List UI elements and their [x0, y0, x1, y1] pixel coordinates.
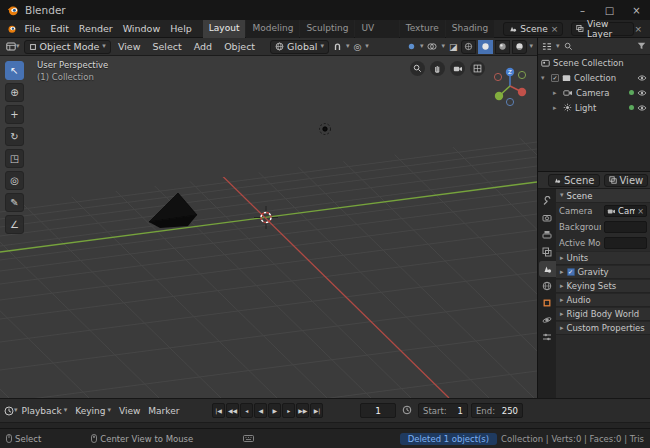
- eye-icon[interactable]: [637, 104, 647, 112]
- proportional-editing-toggle[interactable]: ◎: [351, 39, 363, 55]
- measure-tool-button[interactable]: ∠: [5, 215, 24, 234]
- properties-tab-output[interactable]: [539, 227, 556, 243]
- properties-tab-object[interactable]: [539, 295, 556, 311]
- shading-wireframe-button[interactable]: [461, 40, 476, 54]
- gizmo-y-axis[interactable]: [495, 92, 503, 100]
- cursor-tool-button[interactable]: ⊕: [5, 83, 24, 102]
- workspace-tab-sculpting[interactable]: Sculpting: [300, 20, 354, 38]
- jump-to-start-button[interactable]: |◀: [212, 403, 225, 418]
- navigation-gizmo[interactable]: Z: [493, 64, 529, 110]
- proportional-dropdown-icon[interactable]: ▾: [365, 43, 369, 50]
- gizmo-negative-z[interactable]: [506, 98, 513, 105]
- breadcrumb-scene[interactable]: Scene: [548, 174, 600, 187]
- keying-sets-panel-header[interactable]: ▸ Keying Sets: [556, 279, 650, 293]
- scene-section-header[interactable]: ▾ Scene: [556, 189, 650, 203]
- shading-solid-button[interactable]: [478, 40, 493, 54]
- chevron-down-icon[interactable]: ▾: [556, 43, 560, 50]
- camera-data-icon[interactable]: [629, 90, 634, 95]
- marker-menu[interactable]: Marker: [144, 406, 183, 416]
- disclosure-closed-icon[interactable]: ▸: [553, 89, 560, 97]
- properties-tab-tool[interactable]: [539, 193, 556, 209]
- menu-object[interactable]: Object: [219, 38, 260, 55]
- outliner-row-camera[interactable]: ▸ Camera: [538, 85, 650, 100]
- menu-render[interactable]: Render: [74, 20, 118, 37]
- properties-tab-render[interactable]: [539, 210, 556, 226]
- menu-help[interactable]: Help: [165, 20, 197, 37]
- shading-dropdown-icon[interactable]: ▾: [529, 43, 533, 50]
- disclosure-closed-icon[interactable]: ▸: [553, 104, 560, 112]
- view-layer-selector[interactable]: View Layer: [571, 22, 634, 36]
- properties-tab-scene[interactable]: [539, 261, 556, 277]
- keying-menu[interactable]: Keying ▾: [71, 406, 115, 416]
- properties-tab-world[interactable]: [539, 278, 556, 294]
- editor-type-button[interactable]: ▾: [4, 39, 22, 55]
- eye-icon[interactable]: [637, 74, 647, 82]
- filter-icon[interactable]: [637, 42, 646, 50]
- view-menu[interactable]: View: [115, 406, 144, 416]
- workspace-tab-modeling[interactable]: Modeling: [246, 20, 299, 38]
- audio-panel-header[interactable]: ▸ Audio: [556, 293, 650, 307]
- timeline-editor-icon[interactable]: [4, 406, 14, 416]
- zoom-button[interactable]: [410, 61, 425, 76]
- report-message[interactable]: Deleted 1 object(s): [400, 433, 497, 445]
- play-reverse-button[interactable]: ◀: [254, 403, 267, 418]
- rigid-body-world-panel-header[interactable]: ▸ Rigid Body World: [556, 307, 650, 321]
- preview-range-icon[interactable]: [402, 405, 412, 415]
- menu-select[interactable]: Select: [147, 38, 186, 55]
- properties-tab-constraints[interactable]: [539, 329, 556, 345]
- close-button[interactable]: ×: [623, 0, 650, 20]
- transform-orientation-selector[interactable]: Global ▾: [270, 40, 329, 54]
- jump-to-end-button[interactable]: ▶|: [310, 403, 323, 418]
- menu-file[interactable]: File: [20, 20, 46, 37]
- shading-rendered-button[interactable]: [512, 40, 527, 54]
- xray-toggle[interactable]: ◪: [447, 39, 460, 55]
- outliner-row-light[interactable]: ▸ Light: [538, 100, 650, 115]
- menu-add[interactable]: Add: [189, 38, 217, 55]
- units-panel-header[interactable]: ▸ Units: [556, 251, 650, 265]
- light-data-icon[interactable]: [629, 105, 634, 110]
- prev-keyframe-button[interactable]: ◀◀: [226, 403, 239, 418]
- disclosure-open-icon[interactable]: ▾: [541, 74, 548, 82]
- maximize-button[interactable]: □: [596, 0, 623, 20]
- pan-view-button[interactable]: [430, 61, 445, 76]
- rotate-tool-button[interactable]: ↻: [5, 127, 24, 146]
- perspective-toggle-button[interactable]: [470, 61, 485, 76]
- gizmos-toggle[interactable]: [405, 39, 418, 55]
- background-field[interactable]: [604, 221, 647, 233]
- workspace-tab-uv-editing[interactable]: UV Editing: [355, 20, 398, 38]
- move-tool-button[interactable]: +: [5, 105, 24, 124]
- camera-view-button[interactable]: [450, 61, 465, 76]
- frame-start-field[interactable]: Start: 1: [418, 403, 468, 418]
- search-icon[interactable]: [564, 42, 573, 51]
- collection-checkbox[interactable]: ✓: [551, 74, 559, 82]
- prev-frame-button[interactable]: ◂: [240, 403, 253, 418]
- view-layer-unlink-icon[interactable]: ×: [634, 24, 642, 34]
- workspace-tab-shading[interactable]: Shading: [446, 20, 495, 38]
- gizmo-x-axis[interactable]: [518, 88, 526, 96]
- scene-unlink-icon[interactable]: ×: [551, 24, 559, 34]
- blender-app-menu-icon[interactable]: [7, 23, 17, 34]
- custom-properties-panel-header[interactable]: ▸ Custom Properties: [556, 321, 650, 335]
- gravity-checkbox[interactable]: ✓: [567, 268, 575, 276]
- select-tool-button[interactable]: ↖: [5, 61, 24, 80]
- clear-icon[interactable]: ×: [637, 207, 644, 216]
- workspace-tab-texture-paint[interactable]: Texture Paint: [400, 20, 445, 38]
- menu-view[interactable]: View: [113, 38, 146, 55]
- gizmo-negative-y[interactable]: [518, 71, 525, 78]
- outliner-row-collection[interactable]: ▾ ✓ Collection: [538, 70, 650, 85]
- transform-tool-button[interactable]: ◎: [5, 171, 24, 190]
- active-movieclip-field[interactable]: [604, 237, 647, 249]
- snap-toggle[interactable]: [331, 39, 344, 55]
- gravity-panel-header[interactable]: ▸ ✓ Gravity: [556, 265, 650, 279]
- next-frame-button[interactable]: ▸: [282, 403, 295, 418]
- current-frame-field[interactable]: 1: [360, 403, 396, 418]
- overlays-toggle[interactable]: [425, 39, 439, 55]
- gizmos-dropdown-icon[interactable]: ▾: [420, 43, 424, 50]
- snap-dropdown-icon[interactable]: ▾: [346, 43, 350, 50]
- play-button[interactable]: ▶: [268, 403, 281, 418]
- workspace-tab-layout[interactable]: Layout: [203, 20, 246, 38]
- annotate-tool-button[interactable]: ✎: [5, 193, 24, 212]
- playback-menu[interactable]: Playback ▾: [18, 406, 72, 416]
- outliner-row-scene-collection[interactable]: Scene Collection: [538, 55, 650, 70]
- properties-tab-view-layer[interactable]: [539, 244, 556, 260]
